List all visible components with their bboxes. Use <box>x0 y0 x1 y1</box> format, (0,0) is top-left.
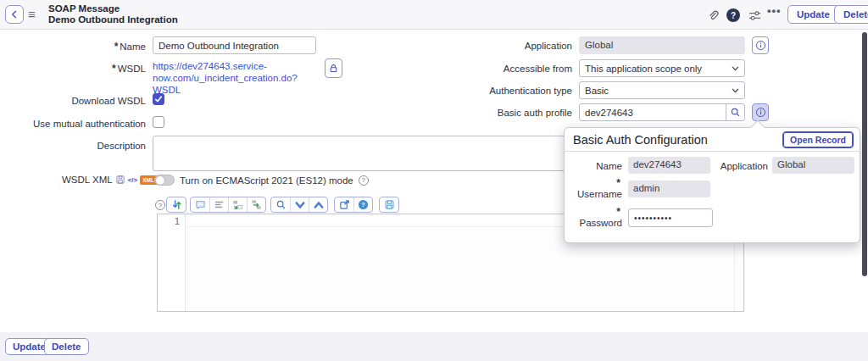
go-next-icon <box>295 201 305 209</box>
open-window-button[interactable] <box>335 197 353 212</box>
accessible-from-label: Accessible from <box>462 64 572 74</box>
save-icon <box>384 199 395 210</box>
popup-name-label: Name <box>571 161 622 171</box>
more-options-button[interactable]: ••• <box>767 4 782 17</box>
use-mutual-authentication-label: Use mutual authentication <box>17 119 146 129</box>
application-label: Application <box>462 41 572 51</box>
name-input[interactable] <box>153 36 316 54</box>
toolbar-group-search <box>270 197 328 213</box>
popup-application-value: Global <box>772 157 854 174</box>
line-number: 1 <box>174 216 180 227</box>
wsdl-link[interactable]: https://dev274643.service- now.com/u_inc… <box>153 60 322 96</box>
download-wsdl-checkbox[interactable] <box>153 93 164 105</box>
delete-button-footer[interactable]: Delete <box>44 338 89 355</box>
form-footer: Update Delete <box>0 332 868 361</box>
text-lines-icon <box>214 199 225 210</box>
format-code-icon <box>171 199 182 210</box>
wsdl-xml-label: WSDL XML <box>62 175 113 185</box>
delete-button-header[interactable]: Delete <box>834 5 868 24</box>
context-menu-icon[interactable]: ≡ <box>28 7 36 21</box>
help-filled-icon: ? <box>731 11 736 20</box>
required-asterisk: * <box>571 177 620 189</box>
lock-icon <box>328 63 339 74</box>
popup-name-value: dev274643 <box>628 157 710 174</box>
format-code-button[interactable] <box>167 197 186 212</box>
popup-username-label: * Username <box>571 177 622 199</box>
code-icon[interactable]: </> <box>128 176 138 184</box>
wsdl-label: *WSDL <box>34 63 146 75</box>
record-type-title: SOAP Message <box>48 3 120 14</box>
replace-all-icon <box>251 199 262 210</box>
popup-header: Basic Auth Configuration Open Record <box>565 128 860 152</box>
personalize-form-button[interactable] <box>748 8 761 22</box>
ecmascript-mode-toggle[interactable] <box>154 175 175 186</box>
update-button-header[interactable]: Update <box>787 5 839 24</box>
paperclip-icon <box>707 9 720 22</box>
description-label: Description <box>34 141 146 151</box>
popup-username-value: admin <box>628 180 710 197</box>
comment-button[interactable] <box>191 197 209 212</box>
required-asterisk: * <box>571 206 620 218</box>
help-button[interactable]: ? <box>726 8 740 22</box>
go-previous-icon <box>314 201 324 209</box>
application-info-button[interactable] <box>752 36 769 54</box>
popup-application-label: Application <box>714 161 768 171</box>
record-name-title: Demo Outbound Integration <box>48 14 178 25</box>
wsdl-lock-button[interactable] <box>325 58 342 78</box>
toolbar-group-save <box>379 197 399 213</box>
replace-icon <box>232 199 243 210</box>
info-icon <box>755 40 766 51</box>
replace-button[interactable] <box>228 197 247 212</box>
page-scrollbar[interactable] <box>862 32 867 276</box>
wsdl-xml-row: WSDL XML </> XML <box>62 175 162 185</box>
open-window-icon <box>339 199 350 210</box>
toolbar-group-format <box>166 197 186 213</box>
application-value: Global <box>579 36 745 54</box>
editor-gutter: 1 <box>158 214 186 311</box>
ecmascript-toggle-row: Turn on ECMAScript 2021 (ES12) mode ? <box>154 175 369 186</box>
download-wsdl-label: Download WSDL <box>34 96 146 106</box>
use-mutual-authentication-checkbox[interactable] <box>153 116 164 128</box>
go-next-button[interactable] <box>290 197 309 212</box>
basic-auth-profile-input[interactable] <box>580 104 726 120</box>
popup-title: Basic Auth Configuration <box>573 133 708 147</box>
replace-all-button[interactable] <box>247 197 265 212</box>
toggle-knob <box>156 176 164 185</box>
authentication-type-select[interactable]: Basic <box>579 81 745 99</box>
basic-auth-configuration-popup: Basic Auth Configuration Open Record Nam… <box>564 127 860 243</box>
sliders-icon <box>748 9 761 22</box>
toolbar-group-edit <box>190 197 266 213</box>
checkbox-check-icon <box>154 95 163 103</box>
save-small-icon[interactable] <box>115 175 125 185</box>
open-record-button[interactable]: Open Record <box>782 131 854 148</box>
basic-auth-profile-label: Basic auth profile <box>462 108 572 118</box>
editor-help-icon[interactable]: ? <box>155 200 165 210</box>
popup-password-label: * Password <box>571 206 622 228</box>
basic-auth-profile-info-button[interactable] <box>752 103 769 121</box>
toolbar-group-window: ? <box>334 197 373 213</box>
editor-save-button[interactable] <box>380 197 398 212</box>
chevron-down-icon <box>732 88 739 93</box>
name-label: *Name <box>34 41 146 53</box>
comment-icon <box>195 199 206 210</box>
basic-auth-profile-field <box>579 103 745 121</box>
go-previous-button[interactable] <box>309 197 327 212</box>
info-icon <box>755 107 766 118</box>
basic-auth-profile-lookup-button[interactable] <box>726 104 744 120</box>
authentication-type-label: Authentication type <box>462 86 572 96</box>
editor-help-button[interactable]: ? <box>353 197 372 212</box>
svg-text:?: ? <box>361 201 365 208</box>
search-icon <box>275 199 287 210</box>
text-lines-button[interactable] <box>209 197 228 212</box>
back-button[interactable] <box>5 5 24 24</box>
popup-password-input[interactable] <box>628 208 713 227</box>
editor-search-button[interactable] <box>271 197 290 212</box>
required-asterisk: * <box>114 41 119 53</box>
attachment-button[interactable] <box>706 8 720 22</box>
accessible-from-select[interactable]: This application scope only <box>579 59 745 77</box>
chevron-down-icon <box>732 66 739 71</box>
help-blue-icon: ? <box>358 199 369 210</box>
form-header: ≡ SOAP Message Demo Outbound Integration… <box>0 0 868 30</box>
ecmascript-help-icon[interactable]: ? <box>359 175 369 186</box>
ecmascript-toggle-label: Turn on ECMAScript 2021 (ES12) mode <box>180 175 353 186</box>
